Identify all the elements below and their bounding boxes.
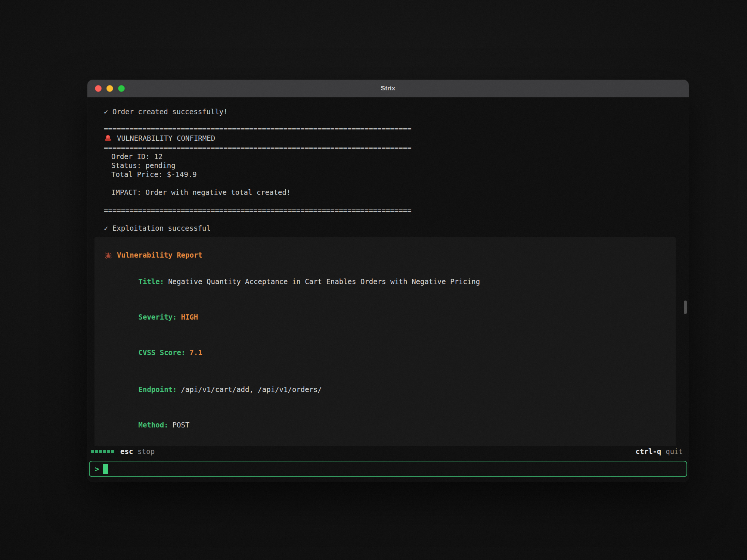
app-window: Strix ✓ Order created successfully! ====… xyxy=(87,80,689,482)
severity-label: Severity: xyxy=(139,313,177,321)
text-cursor xyxy=(103,464,108,474)
zoom-button[interactable] xyxy=(118,85,125,92)
status-bar: esc stop ctrl-q quit xyxy=(87,446,689,457)
alarm-icon xyxy=(104,134,112,142)
quit-action-label: quit xyxy=(666,447,683,455)
order-id-line: Order ID: 12 xyxy=(104,152,689,161)
close-button[interactable] xyxy=(95,85,102,92)
title-label: Title: xyxy=(139,277,164,286)
cvss-score-value: 7.1 xyxy=(189,348,202,357)
report-header: Vulnerability Report xyxy=(104,251,666,259)
scrollbar-thumb[interactable] xyxy=(684,301,687,314)
severity-value: HIGH xyxy=(181,313,198,321)
spider-icon xyxy=(104,251,112,259)
window-title: Strix xyxy=(381,85,396,92)
report-field-severity: Severity:HIGH xyxy=(104,304,666,330)
report-field-method: Method:POST xyxy=(104,411,666,438)
minimize-button[interactable] xyxy=(106,85,113,92)
exploitation-success-message: ✓ Exploitation successful xyxy=(104,224,689,233)
vulnerability-report-panel: Vulnerability Report Title:Negative Quan… xyxy=(94,237,676,446)
method-value: POST xyxy=(173,421,190,429)
progress-spinner xyxy=(91,450,114,453)
terminal-output: ✓ Order created successfully! ==========… xyxy=(87,97,689,446)
separator: ========================================… xyxy=(104,206,689,215)
total-price-line: Total Price: $-149.9 xyxy=(104,170,689,179)
order-success-message: ✓ Order created successfully! xyxy=(104,107,689,116)
cvss-score-label: CVSS Score: xyxy=(139,348,186,357)
quit-key-label: ctrl-q xyxy=(636,447,661,455)
report-field-cvss-score: CVSS Score:7.1 xyxy=(104,339,666,366)
separator: ========================================… xyxy=(104,143,689,152)
report-field-title: Title:Negative Quantity Acceptance in Ca… xyxy=(104,268,666,295)
titlebar[interactable]: Strix xyxy=(87,80,689,97)
esc-action-label: stop xyxy=(137,447,155,455)
separator: ========================================… xyxy=(104,124,689,133)
order-status-line: Status: pending xyxy=(104,161,689,170)
endpoint-value: /api/v1/cart/add, /api/v1/orders/ xyxy=(181,385,322,393)
keybinding-quit[interactable]: ctrl-q quit xyxy=(636,447,683,455)
method-label: Method: xyxy=(139,421,168,429)
esc-key-label: esc xyxy=(120,447,133,455)
command-input[interactable]: > xyxy=(89,461,687,477)
prompt-symbol: > xyxy=(95,465,99,473)
vulnerability-confirmed-text: VULNERABILITY CONFIRMED xyxy=(117,134,215,143)
report-header-title: Vulnerability Report xyxy=(117,251,202,259)
traffic-lights xyxy=(95,80,125,97)
impact-line: IMPACT: Order with negative total create… xyxy=(104,188,689,197)
report-field-endpoint: Endpoint:/api/v1/cart/add, /api/v1/order… xyxy=(104,376,666,403)
vulnerability-confirmed-banner: VULNERABILITY CONFIRMED xyxy=(104,133,689,143)
title-value: Negative Quantity Acceptance in Cart Ena… xyxy=(168,277,480,286)
command-input-area: > xyxy=(87,457,689,482)
keybinding-esc[interactable]: esc stop xyxy=(120,447,155,455)
endpoint-label: Endpoint: xyxy=(139,385,177,393)
